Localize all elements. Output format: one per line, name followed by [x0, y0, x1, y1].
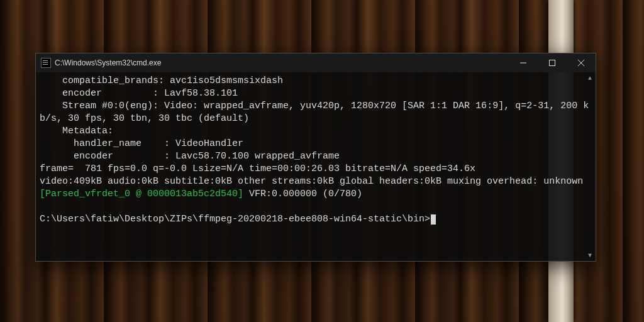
close-button[interactable]	[567, 53, 596, 72]
term-line: frame= 781 fps=0.0 q=-0.0 Lsize=N/A time…	[40, 164, 475, 174]
maximize-icon	[549, 60, 555, 66]
titlebar[interactable]: C:\Windows\System32\cmd.exe	[36, 53, 596, 72]
term-line: Stream #0:0(eng): Video: wrapped_avframe…	[40, 101, 589, 124]
svg-rect-0	[550, 60, 555, 66]
term-line: encoder : Lavf58.38.101	[40, 88, 238, 99]
term-line-green: [Parsed_vfrdet_0 @ 0000013ab5c2d540]	[40, 189, 243, 199]
term-line: handler_name : VideoHandler	[40, 138, 243, 149]
terminal-client-area[interactable]: ▲ compatible_brands: avc1iso5dsmsmsixdas…	[36, 72, 596, 261]
term-line: Metadata:	[40, 126, 113, 136]
window-title: C:\Windows\System32\cmd.exe	[55, 58, 161, 67]
cursor	[431, 214, 436, 225]
prompt-line: C:\Users\fatiw\Desktop\ZIPs\ffmpeg-20200…	[40, 214, 430, 225]
minimize-button[interactable]	[509, 53, 538, 72]
term-line: VFR:0.000000 (0/780)	[243, 189, 362, 199]
cmd-window: C:\Windows\System32\cmd.exe ▲ compatible…	[35, 53, 596, 262]
cmd-icon	[41, 58, 51, 68]
term-line: compatible_brands: avc1iso5dsmsmsixdash	[40, 75, 283, 86]
term-line: video:409kB audio:0kB subtitle:0kB other…	[40, 176, 583, 187]
minimize-icon	[520, 60, 526, 66]
terminal-output: compatible_brands: avc1iso5dsmsmsixdash …	[40, 75, 589, 226]
scroll-down-arrow[interactable]: ▼	[586, 251, 594, 260]
term-line: encoder : Lavc58.70.100 wrapped_avframe	[40, 151, 340, 162]
maximize-button[interactable]	[538, 53, 567, 72]
scroll-up-arrow[interactable]: ▲	[586, 74, 594, 82]
close-icon	[578, 60, 584, 66]
